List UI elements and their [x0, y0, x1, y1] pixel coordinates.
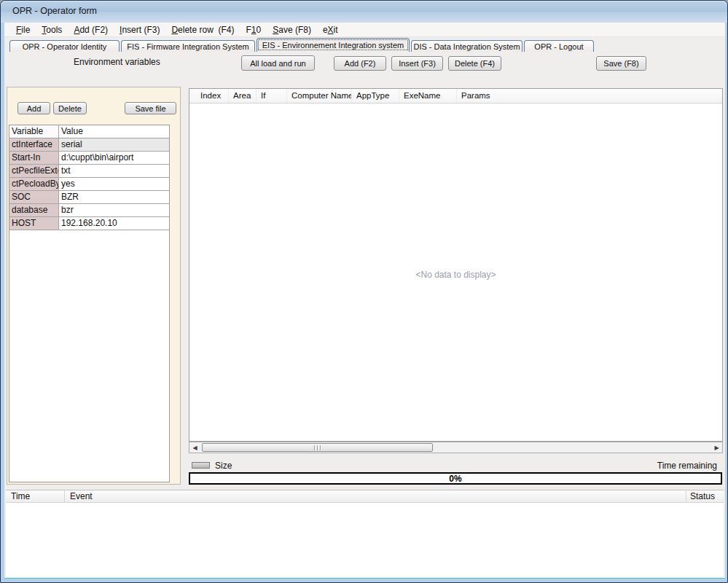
column-header-params[interactable]: Params [457, 89, 722, 103]
event-column-header[interactable]: Event [65, 490, 686, 502]
app-window: OPR - Operator form FileToolsAdd (F2)Ins… [0, 0, 728, 583]
variable-row: HOST192.168.20.10 [9, 217, 169, 230]
value-cell[interactable]: BZR [59, 191, 169, 203]
variable-column-header: Variable [9, 125, 59, 138]
tab-bar: OPR - Operator IdentityFIS - Firmware In… [4, 37, 725, 52]
scroll-left-arrow-icon[interactable]: ◀ [189, 442, 200, 453]
client-area: FileToolsAdd (F2)Insert (F3)Delete row (… [4, 23, 725, 579]
tab-eis-environnement-integration-system[interactable]: EIS - Environnement Integration system [257, 38, 410, 52]
column-header-computer-name[interactable]: Computer Name [287, 89, 352, 103]
menu-item-file[interactable]: File [10, 23, 36, 37]
insert-f3-button[interactable]: Insert (F3) [391, 56, 443, 71]
scroll-right-arrow-icon[interactable]: ▶ [711, 442, 722, 453]
save-file-button[interactable]: Save file [125, 102, 176, 114]
title-bar[interactable]: OPR - Operator form [1, 1, 727, 23]
scrollbar-grip-icon [314, 445, 321, 450]
time-column-header[interactable]: Time [6, 490, 65, 502]
menu-item-f10[interactable]: F10 [240, 23, 267, 37]
menu-bar: FileToolsAdd (F2)Insert (F3)Delete row (… [4, 23, 725, 37]
variable-row: databasebzr [9, 204, 169, 217]
variable-cell[interactable]: ctPecfileExtension [9, 165, 59, 177]
column-header-exename[interactable]: ExeName [399, 89, 457, 103]
menu-item-add-f2[interactable]: Add (F2) [68, 23, 114, 37]
column-header-if[interactable]: If [257, 89, 287, 103]
menu-item-save-f8[interactable]: Save (F8) [267, 23, 317, 37]
all-load-and-run-button[interactable]: All load and run [241, 55, 315, 71]
size-label: Size [215, 461, 232, 471]
window-title: OPR - Operator form [12, 6, 97, 16]
status-column-header[interactable]: Status [686, 490, 724, 502]
scrollbar-thumb[interactable] [202, 443, 433, 452]
variable-row: ctInterfaceserial [9, 138, 169, 152]
progress-bar: 0% [189, 472, 722, 485]
value-cell[interactable]: txt [59, 165, 169, 177]
size-swatch-icon [192, 462, 210, 469]
variables-grid: VariableValuectInterfaceserialStart-Ind:… [9, 125, 170, 482]
variable-cell[interactable]: ctPecloadByC [9, 178, 59, 190]
applications-grid: IndexAreaIfComputer NameAppTypeExeNamePa… [189, 88, 723, 442]
tab-dis-data-integration-system[interactable]: DIS - Data Integration System [411, 40, 522, 52]
save-f8-button[interactable]: Save (F8) [596, 56, 646, 71]
tab-opr-logout[interactable]: OPR - Logout [524, 40, 594, 52]
event-log-body [6, 503, 724, 578]
column-header-apptype[interactable]: AppType [352, 89, 399, 103]
menu-item-insert-f3[interactable]: Insert (F3) [114, 23, 165, 37]
environment-variables-label: Environment variables [74, 57, 160, 67]
value-cell[interactable]: d:\cuppt\bin\airport [59, 152, 169, 164]
menu-item-tools[interactable]: Tools [36, 23, 68, 37]
menu-item-exit[interactable]: eXit [317, 23, 344, 37]
value-column-header: Value [59, 125, 169, 138]
column-header-area[interactable]: Area [229, 89, 257, 103]
variable-cell[interactable]: ctInterface [9, 138, 59, 151]
variable-row: ctPecloadByCyes [9, 178, 169, 191]
horizontal-scrollbar[interactable]: ◀ ▶ [189, 442, 723, 453]
variable-row: Start-Ind:\cuppt\bin\airport [9, 152, 169, 165]
variable-row: ctPecfileExtensiontxt [9, 165, 169, 178]
tab-opr-operator-identity[interactable]: OPR - Operator Identity [9, 40, 120, 52]
no-data-text: <No data to display> [189, 270, 722, 280]
variable-cell[interactable]: database [9, 204, 59, 216]
column-header-index[interactable]: Index [189, 89, 229, 103]
tab-fis-firmware-integration-system[interactable]: FIS - Firmware Integration System [121, 40, 255, 52]
menu-item-delete-row-f4[interactable]: Delete row (F4) [165, 23, 240, 37]
environment-variables-panel: Add Delete Save file VariableValuectInte… [7, 87, 181, 485]
value-cell[interactable]: 192.168.20.10 [59, 217, 169, 230]
value-cell[interactable]: yes [59, 178, 169, 190]
variable-cell[interactable]: HOST [9, 217, 59, 230]
applications-grid-header: IndexAreaIfComputer NameAppTypeExeNamePa… [189, 89, 722, 103]
add-variable-button[interactable]: Add [17, 102, 50, 114]
progress-percent: 0% [449, 474, 461, 484]
event-log-header: Time Event Status [6, 490, 724, 503]
value-cell[interactable]: serial [59, 138, 169, 151]
delete-variable-button[interactable]: Delete [53, 102, 87, 114]
variable-row: SOCBZR [9, 191, 169, 204]
add-f2-button[interactable]: Add (F2) [334, 56, 386, 71]
delete-f4-button[interactable]: Delete (F4) [448, 56, 501, 71]
value-cell[interactable]: bzr [59, 204, 169, 216]
variable-cell[interactable]: SOC [9, 191, 59, 203]
time-remaining-label: Time remaining [657, 461, 717, 471]
variable-cell[interactable]: Start-In [9, 152, 59, 164]
